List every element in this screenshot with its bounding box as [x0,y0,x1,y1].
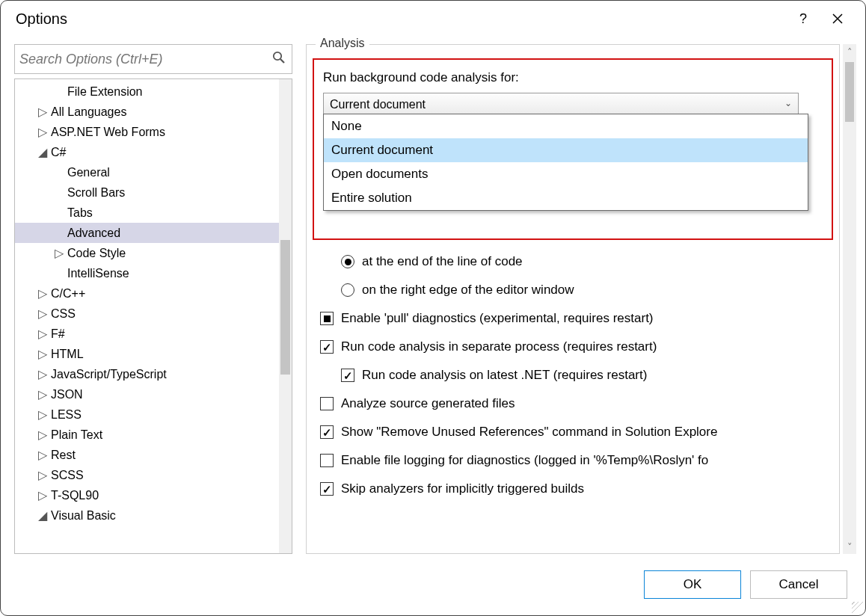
tree-item[interactable]: ▷Plain Text [15,425,280,445]
radio-right-edge-label: on the right edge of the editor window [362,283,574,298]
tree-scrollbar[interactable] [279,79,292,553]
scope-selected: Current document [330,98,426,111]
tree-item-label: SCSS [51,469,84,482]
checkbox-latest-net[interactable] [341,369,354,382]
tree-item-label: Plain Text [51,428,102,442]
resize-grip[interactable] [852,602,864,614]
tree-item[interactable]: General [15,162,280,182]
tree-item[interactable]: ▷Code Style [15,243,280,263]
checkbox-analyze-generated[interactable] [320,397,334,410]
tree-collapsed-icon[interactable]: ▷ [37,367,48,381]
radio-end-of-line[interactable] [341,255,354,268]
tree-item-label: IntelliSense [67,267,129,280]
tree-item[interactable]: ▷SCSS [15,465,280,485]
tree-item-label: Rest [51,449,76,462]
dropdown-option[interactable]: Open documents [324,162,808,186]
tree-collapsed-icon[interactable]: ▷ [37,428,48,442]
checkbox-skip-analyzers-label: Skip analyzers for implicitly triggered … [341,481,584,496]
tree-item-label: All Languages [51,105,126,119]
tree-item[interactable]: ▷ASP.NET Web Forms [15,122,280,142]
tree-item[interactable]: ◢Visual Basic [15,505,280,526]
help-button[interactable]: ? [786,4,820,34]
tree-item[interactable]: ▷CSS [15,304,280,324]
dropdown-option[interactable]: Current document [324,138,808,162]
tree-item-label: Code Style [67,247,126,260]
tree-item[interactable]: ▷HTML [15,344,280,364]
tree-item-label: Scroll Bars [67,186,125,200]
tree-collapsed-icon[interactable]: ▷ [37,387,48,401]
tree-item-label: F# [51,327,65,341]
checkbox-file-logging[interactable] [320,454,334,467]
tree-collapsed-icon[interactable]: ▷ [37,347,48,361]
tree-item-label: Visual Basic [51,509,116,523]
scope-dropdown[interactable]: NoneCurrent documentOpen documentsEntire… [323,114,808,211]
svg-point-0 [274,52,281,59]
close-icon [832,13,843,24]
tree-collapsed-icon[interactable]: ▷ [37,327,48,341]
scope-highlight: Run background code analysis for: Curren… [313,58,833,240]
tree-collapsed-icon[interactable]: ▷ [37,286,48,301]
scrollbar-thumb[interactable] [280,240,290,375]
tree-collapsed-icon[interactable]: ▷ [37,105,48,119]
tree-item[interactable]: ▷LESS [15,404,280,425]
checkbox-latest-net-label: Run code analysis on latest .NET (requir… [362,368,647,383]
tree-collapsed-icon[interactable]: ▷ [37,307,48,321]
tree-item[interactable]: File Extension [15,81,280,102]
tree-item-label: C# [51,146,66,159]
tree-item[interactable]: ▷JavaScript/TypeScript [15,364,280,384]
tree-item-label: Advanced [67,227,120,240]
search-box[interactable] [14,44,292,74]
tree-collapsed-icon[interactable]: ▷ [37,488,48,502]
tree-item-label: General [67,166,110,179]
checkbox-remove-unused-label: Show "Remove Unused References" command … [341,425,717,440]
svg-line-1 [280,59,284,63]
dropdown-option[interactable]: Entire solution [324,186,808,210]
checkbox-pull-diagnostics[interactable] [320,312,334,325]
tree-item[interactable]: ▷Rest [15,445,280,465]
checkbox-skip-analyzers[interactable] [320,482,334,496]
tree-item[interactable]: ◢C# [15,142,280,162]
tree-item[interactable]: ▷JSON [15,384,280,404]
search-icon [272,51,286,68]
checkbox-separate-process-label: Run code analysis in separate process (r… [341,339,657,354]
checkbox-separate-process[interactable] [320,340,334,354]
radio-end-of-line-label: at the end of the line of code [362,254,523,269]
dialog-title: Options [16,10,786,28]
scroll-up-icon[interactable]: ˄ [847,44,853,59]
tree-collapsed-icon[interactable]: ▷ [37,407,48,422]
checkbox-file-logging-label: Enable file logging for diagnostics (log… [341,453,708,468]
tree-item[interactable]: Scroll Bars [15,182,280,203]
tree-item-label: Tabs [67,206,93,220]
panel-scrollbar[interactable]: ˄ ˅ [843,44,856,554]
tree-collapsed-icon[interactable]: ▷ [54,246,64,260]
checkbox-remove-unused[interactable] [320,425,334,439]
tree-collapsed-icon[interactable]: ▷ [37,468,48,482]
tree-collapsed-icon[interactable]: ▷ [37,448,48,462]
cancel-button[interactable]: Cancel [750,570,847,599]
tree-item[interactable]: IntelliSense [15,263,280,283]
checkbox-analyze-generated-label: Analyze source generated files [341,396,515,411]
tree-item-label: JSON [51,388,83,401]
tree-item[interactable]: Advanced [15,223,280,243]
ok-button[interactable]: OK [644,570,741,599]
group-title: Analysis [316,37,369,50]
tree-item-label: File Extension [67,85,143,99]
tree-item[interactable]: ▷All Languages [15,102,280,122]
chevron-down-icon: ⌄ [784,98,792,108]
dropdown-option[interactable]: None [324,114,808,138]
radio-right-edge[interactable] [341,283,354,297]
tree-item[interactable]: ▷T-SQL90 [15,485,280,505]
scroll-down-icon[interactable]: ˅ [847,539,853,554]
tree-item-label: ASP.NET Web Forms [51,126,165,139]
tree-expanded-icon[interactable]: ◢ [37,145,48,159]
close-button[interactable] [820,4,855,34]
tree-expanded-icon[interactable]: ◢ [37,508,48,523]
tree-item-label: CSS [51,307,76,321]
tree-item[interactable]: Tabs [15,203,280,223]
tree-item[interactable]: ▷C/C++ [15,283,280,304]
search-input[interactable] [19,52,272,67]
tree-collapsed-icon[interactable]: ▷ [37,125,48,139]
tree-item[interactable]: ▷F# [15,324,280,344]
tree-item-label: T-SQL90 [51,489,99,502]
scrollbar-thumb[interactable] [845,62,854,122]
